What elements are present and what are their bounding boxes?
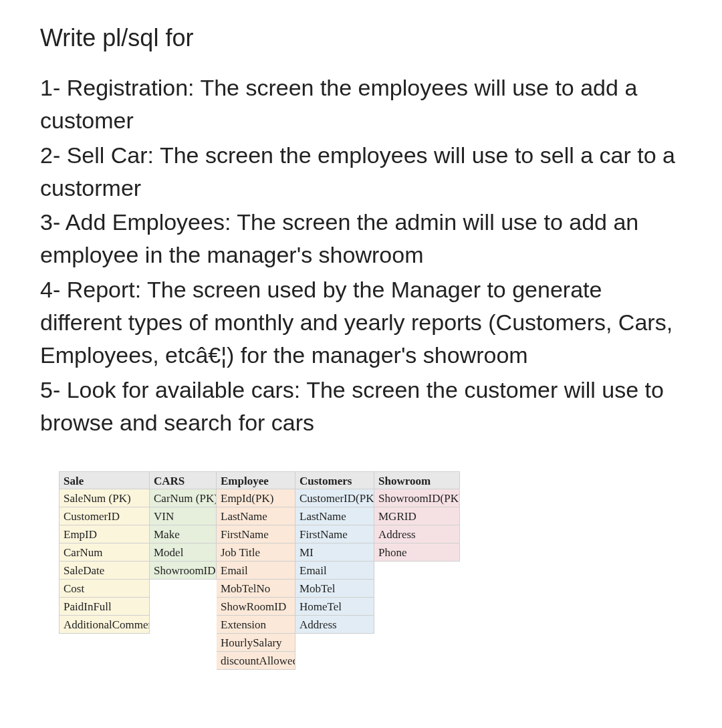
- table-row: Make: [150, 525, 217, 543]
- table-row: EmpId(PK): [217, 489, 295, 507]
- table-row: LastName: [295, 507, 374, 525]
- table-header: Employee: [217, 471, 295, 489]
- item-4: 4- Report: The screen used by the Manage…: [40, 273, 682, 372]
- table-row: Address: [295, 616, 374, 634]
- table-row: SaleNum (PK): [59, 489, 150, 507]
- table-cars: CARS CarNum (PK) VIN Make Model Showroom…: [150, 471, 217, 580]
- table-row: ShowRoomID: [217, 598, 295, 616]
- table-row: Address: [374, 525, 460, 543]
- table-row: ShowroomID: [150, 562, 217, 580]
- item-5: 5- Look for available cars: The screen t…: [40, 374, 682, 440]
- table-row: LastName: [217, 507, 295, 525]
- table-row: Email: [295, 562, 374, 580]
- table-row: Extension: [217, 616, 295, 634]
- table-row: HourlySalary: [217, 634, 295, 652]
- table-sale: Sale SaleNum (PK) CustomerID EmpID CarNu…: [59, 471, 150, 634]
- table-header: Showroom: [374, 471, 460, 489]
- table-showroom: Showroom ShowroomID(PK) MGRID Address Ph…: [374, 471, 460, 562]
- item-1: 1- Registration: The screen the employee…: [40, 72, 682, 138]
- table-row: EmpID: [59, 525, 150, 543]
- heading: Write pl/sql for: [40, 23, 682, 53]
- table-row: FirstName: [295, 525, 374, 543]
- table-header: Sale: [59, 471, 150, 489]
- table-row: CustomerID: [59, 507, 150, 525]
- table-customers: Customers CustomerID(PK) LastName FirstN…: [295, 471, 374, 634]
- table-row: SaleDate: [59, 562, 150, 580]
- question-body: 1- Registration: The screen the employee…: [40, 72, 682, 439]
- table-row: MobTelNo: [217, 580, 295, 598]
- table-row: VIN: [150, 507, 217, 525]
- table-row: CarNum (PK): [150, 489, 217, 507]
- table-row: Model: [150, 543, 217, 562]
- table-row: Job Title: [217, 543, 295, 562]
- table-row: Email: [217, 562, 295, 580]
- table-row: PaidInFull: [59, 598, 150, 616]
- table-row: Phone: [374, 543, 460, 562]
- table-header: CARS: [150, 471, 217, 489]
- table-row: AdditionalComments: [59, 616, 150, 634]
- schema-diagram: Sale SaleNum (PK) CustomerID EmpID CarNu…: [59, 471, 682, 670]
- table-row: Cost: [59, 580, 150, 598]
- item-3: 3- Add Employees: The screen the admin w…: [40, 206, 682, 272]
- table-row: ShowroomID(PK): [374, 489, 460, 507]
- table-row: MGRID: [374, 507, 460, 525]
- table-row: HomeTel: [295, 598, 374, 616]
- table-row: MobTel: [295, 580, 374, 598]
- table-employee: Employee EmpId(PK) LastName FirstName Jo…: [217, 471, 295, 670]
- table-row: discountAllowed: [217, 652, 295, 670]
- table-row: FirstName: [217, 525, 295, 543]
- item-2: 2- Sell Car: The screen the employees wi…: [40, 139, 682, 205]
- table-row: MI: [295, 543, 374, 562]
- table-row: CustomerID(PK): [295, 489, 374, 507]
- table-row: CarNum: [59, 543, 150, 562]
- table-header: Customers: [295, 471, 374, 489]
